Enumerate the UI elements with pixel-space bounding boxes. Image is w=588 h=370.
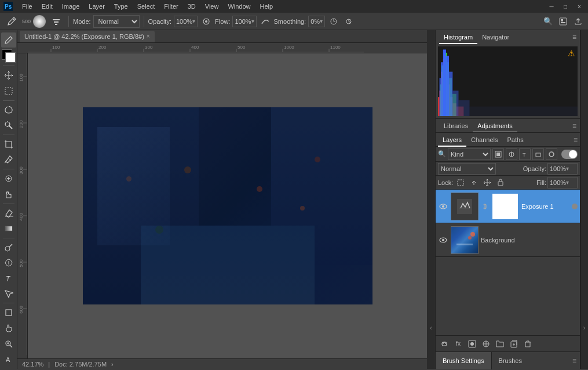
shape-filter-btn[interactable] (532, 148, 544, 160)
layers-tab[interactable]: Layers (438, 133, 466, 147)
pen-tool[interactable] (1, 255, 16, 270)
brush-settings-toggle[interactable] (48, 15, 64, 28)
pixel-filter-btn[interactable] (492, 148, 504, 160)
status-arrow[interactable]: › (111, 361, 114, 368)
smoothing-angle-btn[interactable] (342, 15, 355, 28)
delete-layer-btn[interactable] (521, 338, 534, 350)
new-layer-btn[interactable] (507, 338, 520, 350)
eye-icon-exposure1[interactable] (438, 201, 448, 212)
lock-artboard-btn[interactable] (495, 177, 506, 188)
smoothing-icon[interactable] (259, 15, 272, 28)
zoom-tool[interactable] (1, 336, 16, 351)
clone-stamp-tool[interactable] (1, 187, 16, 202)
blend-mode-select[interactable]: Normal (438, 163, 496, 175)
paths-tab[interactable]: Paths (503, 133, 528, 147)
brush-tab-menu[interactable]: ≡ (572, 357, 580, 365)
marquee-tool[interactable] (1, 84, 16, 99)
minimize-btn[interactable]: ─ (545, 2, 558, 11)
kind-filter-select[interactable]: Kind (448, 148, 491, 160)
panel-collapse-right[interactable]: › (580, 30, 588, 369)
smoothing-input-group[interactable]: 0% ▾ (308, 16, 325, 27)
link-layers-btn[interactable] (438, 338, 451, 350)
brush-tool-btn[interactable] (1, 32, 16, 48)
new-group-btn[interactable] (494, 338, 506, 350)
smoothing-chevron[interactable]: ▾ (320, 18, 323, 24)
foreground-color[interactable] (2, 49, 16, 63)
menu-layer[interactable]: Layer (84, 0, 109, 13)
lock-position-btn[interactable] (481, 177, 493, 188)
libraries-tab[interactable]: Libraries (439, 119, 473, 133)
menu-window[interactable]: Window (223, 0, 255, 13)
search-btn[interactable]: 🔍 (542, 15, 554, 28)
lock-pixels-btn[interactable] (468, 177, 480, 188)
smoothing-settings-btn[interactable] (327, 15, 340, 28)
eyedropper-tool[interactable] (1, 153, 16, 168)
menu-type[interactable]: Type (109, 0, 133, 13)
fill-input[interactable]: 100% ▾ (547, 177, 578, 188)
fill-chevron[interactable]: ▾ (566, 179, 569, 186)
hand-tool[interactable] (1, 321, 16, 336)
flow-input-group[interactable]: 100% ▾ (232, 16, 256, 27)
crop-tool[interactable] (1, 137, 16, 152)
canvas-image[interactable] (83, 107, 372, 304)
add-mask-btn[interactable] (466, 338, 479, 350)
dodge-tool[interactable] (1, 240, 16, 255)
layer-item-exposure1[interactable]: Exposure 1 (436, 190, 580, 223)
eye-icon-background[interactable] (438, 235, 448, 245)
filter-toggle[interactable] (561, 150, 578, 159)
navigator-tab[interactable]: Navigator (477, 30, 514, 44)
opacity-input-layers[interactable]: 100% ▾ (547, 163, 578, 175)
new-adjustment-btn[interactable] (480, 338, 492, 350)
menu-help[interactable]: Help (255, 0, 278, 13)
menu-view[interactable]: View (200, 0, 224, 13)
opacity-input-group[interactable]: 100% ▾ (174, 16, 198, 27)
lasso-tool[interactable] (1, 103, 16, 118)
lock-transparent-btn[interactable] (455, 177, 466, 188)
adjustments-menu[interactable]: ≡ (572, 122, 576, 130)
add-fx-btn[interactable]: fx (452, 338, 465, 350)
layer-link-exposure1[interactable] (481, 193, 489, 220)
channels-tab[interactable]: Channels (466, 133, 502, 147)
type-filter-btn[interactable]: T (519, 148, 531, 160)
menu-3d[interactable]: 3D (183, 0, 200, 13)
histogram-tab[interactable]: Histogram (439, 30, 477, 44)
healing-tool[interactable] (1, 171, 16, 186)
share-btn[interactable] (572, 15, 585, 28)
menu-file[interactable]: File (17, 0, 37, 13)
close-btn[interactable]: × (573, 2, 586, 11)
menu-filter[interactable]: Filter (159, 0, 182, 13)
adj-filter-btn[interactable] (506, 148, 517, 160)
menu-edit[interactable]: Edit (37, 0, 57, 13)
collapse-arrow-right[interactable]: › (583, 325, 585, 331)
magic-wand-tool[interactable] (1, 118, 16, 133)
tab-close-btn[interactable]: × (147, 33, 150, 39)
maximize-btn[interactable]: □ (559, 2, 572, 11)
document-tab[interactable]: Untitled-1 @ 42.2% (Exposure 1, RGB/8#) … (20, 31, 155, 42)
gradient-tool[interactable] (1, 221, 16, 236)
path-select-tool[interactable] (1, 286, 16, 302)
canvas-container[interactable] (28, 53, 427, 358)
eraser-tool[interactable] (1, 206, 16, 221)
type-tool[interactable]: T (1, 271, 16, 286)
menu-image[interactable]: Image (57, 0, 85, 13)
char-type-tool[interactable]: A (1, 351, 16, 367)
brush-picker-btn[interactable] (33, 15, 46, 28)
panel-collapse-left[interactable]: ‹ (427, 30, 435, 369)
layers-menu[interactable]: ≡ (574, 136, 578, 144)
smart-filter-btn[interactable] (546, 148, 557, 160)
flow-chevron[interactable]: ▾ (251, 18, 254, 24)
menu-select[interactable]: Select (133, 0, 160, 13)
opacity-chevron-layers[interactable]: ▾ (566, 165, 569, 172)
histogram-menu[interactable]: ≡ (572, 33, 576, 41)
brush-settings-tab[interactable]: Brush Settings (436, 352, 492, 369)
shape-tool[interactable] (1, 305, 16, 320)
brush-tool-icon[interactable] (3, 15, 20, 28)
brushes-tab[interactable]: Brushes (492, 352, 529, 369)
layer-item-background[interactable]: Background (436, 223, 580, 257)
collapse-arrow-left[interactable]: ‹ (430, 325, 432, 331)
adjustments-tab[interactable]: Adjustments (473, 119, 517, 133)
mode-select[interactable]: Normal (93, 15, 140, 28)
workspace-btn[interactable] (557, 15, 569, 28)
airbrush-toggle[interactable] (200, 15, 213, 28)
move-tool[interactable] (1, 68, 16, 83)
